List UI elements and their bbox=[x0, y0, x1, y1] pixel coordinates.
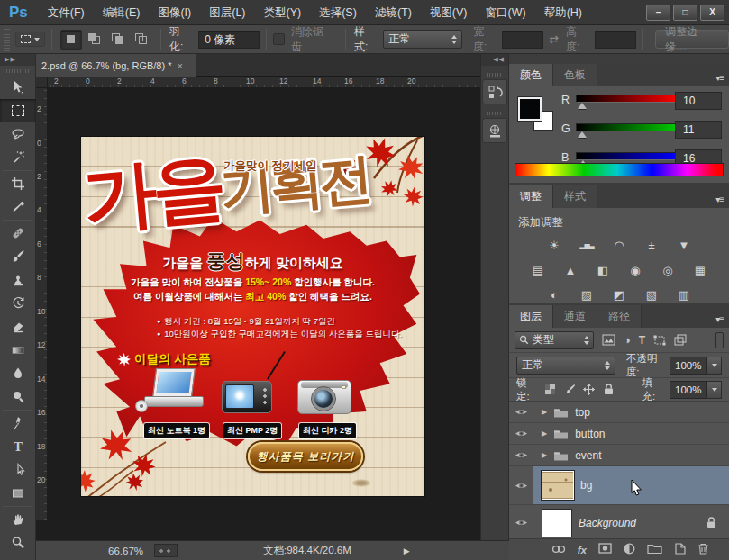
menu-file[interactable]: 文件(F) bbox=[39, 0, 94, 25]
tab-layers[interactable]: 图层 bbox=[509, 305, 553, 328]
foreground-background-swatches[interactable] bbox=[518, 97, 558, 135]
group-expand-icon[interactable]: ▶ bbox=[542, 451, 547, 459]
levels-icon[interactable]: ▂▅▃ bbox=[576, 237, 597, 254]
status-options-button[interactable] bbox=[154, 544, 178, 557]
width-input[interactable] bbox=[502, 31, 543, 49]
fill-dropdown-button[interactable] bbox=[707, 381, 722, 399]
opacity-dropdown-button[interactable] bbox=[707, 357, 722, 375]
intersect-selection-button[interactable] bbox=[131, 30, 152, 50]
curves-icon[interactable]: ◠ bbox=[608, 237, 630, 254]
tool-eraser[interactable] bbox=[0, 315, 36, 339]
tool-rectangle-shape[interactable] bbox=[0, 482, 36, 505]
layer-thumbnail[interactable] bbox=[542, 471, 574, 500]
lock-transparency-icon[interactable] bbox=[544, 383, 557, 397]
tab-adjustments[interactable]: 调整 bbox=[509, 185, 553, 208]
menu-help[interactable]: 帮助(H) bbox=[535, 0, 591, 25]
tab-channels[interactable]: 通道 bbox=[553, 305, 597, 328]
add-layer-mask-icon[interactable] bbox=[598, 543, 612, 556]
layer-row-bg[interactable]: bg bbox=[509, 466, 729, 505]
tab-swatches[interactable]: 色板 bbox=[553, 64, 597, 86]
tool-move[interactable] bbox=[0, 76, 36, 99]
subtract-selection-button[interactable] bbox=[107, 30, 129, 50]
visibility-toggle[interactable] bbox=[509, 466, 533, 504]
cta-button[interactable]: 행사품목 보러가기 bbox=[248, 442, 363, 471]
layer-style-icon[interactable]: fx bbox=[578, 545, 587, 555]
visibility-toggle[interactable] bbox=[509, 445, 533, 465]
selective-color-icon[interactable]: ▥ bbox=[673, 286, 695, 303]
link-layers-icon[interactable] bbox=[551, 544, 566, 556]
vertical-ruler[interactable]: 2 0 2 4 6 8 10 12 14 16 18 20 bbox=[36, 88, 48, 520]
lock-pixels-icon[interactable] bbox=[563, 383, 576, 397]
posterize-icon[interactable]: ▨ bbox=[576, 286, 597, 303]
filter-adjustment-layers-icon[interactable]: ◑ bbox=[624, 333, 631, 347]
filter-toggle-switch[interactable] bbox=[715, 332, 724, 348]
new-adjustment-layer-icon[interactable] bbox=[624, 543, 635, 557]
filter-shape-layers-icon[interactable] bbox=[653, 335, 666, 346]
close-button[interactable]: X bbox=[700, 5, 724, 21]
channel-mixer-icon[interactable]: ◎ bbox=[657, 262, 679, 279]
layer-row-event[interactable]: ▶ event bbox=[509, 445, 729, 466]
panel-menu-icon[interactable]: ▾≡ bbox=[715, 314, 729, 328]
tab-color[interactable]: 颜色 bbox=[509, 64, 553, 86]
slider-thumb[interactable] bbox=[578, 131, 587, 138]
visibility-toggle[interactable] bbox=[509, 505, 533, 540]
minimize-button[interactable]: – bbox=[646, 5, 670, 21]
green-value-input[interactable]: 11 bbox=[675, 121, 722, 139]
slider-thumb[interactable] bbox=[578, 103, 587, 109]
tool-rectangular-marquee[interactable] bbox=[0, 99, 36, 122]
brightness-contrast-icon[interactable]: ☀ bbox=[543, 237, 565, 254]
fill-input[interactable]: 100% bbox=[670, 381, 707, 399]
layer-row-top[interactable]: ▶ top bbox=[509, 402, 729, 423]
tool-magic-wand[interactable] bbox=[0, 146, 36, 169]
antialias-checkbox[interactable] bbox=[273, 33, 285, 45]
toolbar-collapse-button[interactable]: ▶▶ bbox=[0, 54, 35, 66]
history-panel-button[interactable] bbox=[482, 79, 507, 104]
vibrance-icon[interactable]: ▼ bbox=[673, 237, 695, 254]
tool-hand[interactable] bbox=[0, 508, 36, 531]
refine-edge-button[interactable]: 调整边缘… bbox=[655, 30, 729, 49]
height-input[interactable] bbox=[595, 31, 636, 49]
group-expand-icon[interactable]: ▶ bbox=[542, 429, 547, 438]
menu-image[interactable]: 图像(I) bbox=[149, 0, 200, 25]
tool-type[interactable]: T bbox=[0, 435, 36, 458]
tool-dodge[interactable] bbox=[0, 385, 36, 409]
zoom-level[interactable]: 66.67% bbox=[108, 546, 143, 556]
document-tab[interactable]: 2.psd @ 66.7% (bg, RGB/8) * × bbox=[36, 54, 196, 77]
menu-view[interactable]: 视图(V) bbox=[421, 0, 477, 25]
menu-type[interactable]: 类型(Y) bbox=[255, 0, 311, 25]
menu-layer[interactable]: 图层(L) bbox=[200, 0, 254, 25]
blend-mode-select[interactable]: 正常 bbox=[516, 357, 615, 375]
tool-clone-stamp[interactable] bbox=[0, 268, 36, 292]
opacity-input[interactable]: 100% bbox=[670, 357, 707, 375]
color-balance-icon[interactable]: ▲ bbox=[560, 262, 581, 279]
filter-smart-objects-icon[interactable] bbox=[674, 334, 687, 346]
photo-filter-icon[interactable]: ◉ bbox=[624, 262, 646, 279]
panel-menu-icon[interactable]: ▾≡ bbox=[715, 73, 729, 86]
new-selection-button[interactable] bbox=[60, 30, 82, 50]
horizontal-ruler[interactable]: 2 0 2 4 6 8 10 12 14 16 18 20 bbox=[48, 77, 480, 88]
maximize-button[interactable]: □ bbox=[673, 5, 697, 21]
tab-paths[interactable]: 路径 bbox=[597, 305, 642, 328]
black-white-ramp-end[interactable] bbox=[711, 164, 723, 176]
style-select[interactable]: 正常 bbox=[383, 30, 462, 49]
menu-window[interactable]: 窗口(W) bbox=[477, 0, 535, 25]
foreground-color-swatch[interactable] bbox=[518, 97, 542, 121]
panel-menu-icon[interactable]: ▾≡ bbox=[715, 194, 729, 208]
lock-all-icon[interactable] bbox=[603, 383, 615, 397]
filter-pixel-layers-icon[interactable] bbox=[602, 334, 615, 346]
layer-name[interactable]: Background bbox=[579, 517, 636, 529]
swap-dimensions-icon[interactable]: ⇄ bbox=[549, 32, 559, 46]
filter-type-select[interactable]: 类型 bbox=[515, 331, 594, 349]
tool-history-brush[interactable] bbox=[0, 292, 36, 315]
feather-input[interactable]: 0 像素 bbox=[198, 31, 260, 49]
tool-crop[interactable] bbox=[0, 172, 36, 195]
canvas-viewport[interactable]: 가을맞이 정기세일 가을 기획전 가을을 풍성하게 맞이하세요 가을을 맞이 하… bbox=[48, 88, 480, 520]
layer-name[interactable]: event bbox=[575, 449, 601, 462]
layer-row-background[interactable]: Background bbox=[509, 505, 729, 540]
tool-preset-picker[interactable] bbox=[15, 32, 45, 47]
invert-icon[interactable]: ◐ bbox=[543, 286, 565, 303]
layer-name[interactable]: top bbox=[575, 406, 590, 419]
red-slider[interactable] bbox=[576, 95, 679, 103]
red-value-input[interactable]: 10 bbox=[675, 92, 722, 110]
poster-canvas[interactable]: 가을맞이 정기세일 가을 기획전 가을을 풍성하게 맞이하세요 가을을 맞이 하… bbox=[81, 137, 424, 496]
